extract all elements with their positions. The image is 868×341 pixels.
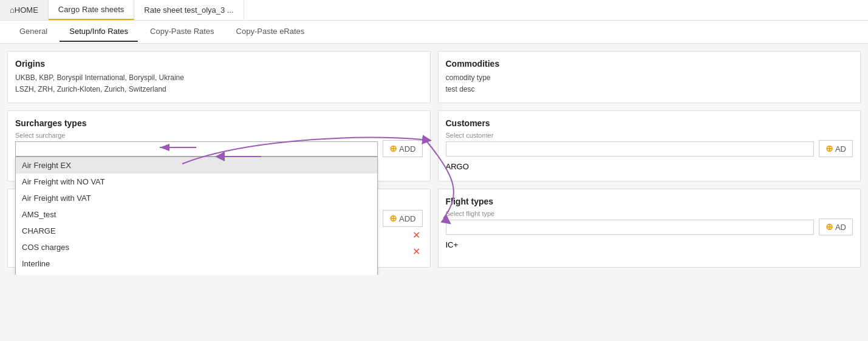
flight-type-select-label: Select flight type <box>446 210 853 217</box>
surcharge-select-label: Select surcharge <box>15 132 423 139</box>
customer-select-label: Select customer <box>446 132 853 139</box>
tab-copypaste-label: Copy-Paste Rates <box>150 27 214 36</box>
commodities-line2: test desc <box>446 84 853 95</box>
commodities-panel: Commodities comodity type test desc <box>438 51 861 103</box>
flight-type-plus-icon: ⊕ <box>825 221 833 232</box>
commodities-line1: comodity type <box>446 72 853 84</box>
customer-group-plus-icon: ⊕ <box>389 213 397 224</box>
flight-type-add-button[interactable]: ⊕ AD <box>819 218 853 235</box>
surcharge-select[interactable] <box>15 141 378 157</box>
home-icon: ⌂ <box>10 5 15 15</box>
customer-group-remove-1[interactable]: ✕ <box>410 246 423 257</box>
surcharge-add-label: ADD <box>399 144 415 154</box>
flight-type-existing-label: IC+ <box>446 240 459 249</box>
surcharge-dropdown[interactable]: Air Freight EX Air Freight with NO VAT A… <box>15 157 378 275</box>
customer-group-add-label: ADD <box>399 214 415 223</box>
surcharge-add-button[interactable]: ⊕ ADD <box>383 140 422 157</box>
surcharges-panel: Surcharges types Select surcharge Air Fr… <box>7 110 431 181</box>
dropdown-item-1[interactable]: Air Freight with NO VAT <box>16 174 377 190</box>
origins-line2: LSZH, ZRH, Zurich-Kloten, Zurich, Switze… <box>15 84 423 95</box>
main-content: Origins UKBB, KBP, Boryspil Internationa… <box>0 44 868 275</box>
cargo-rate-tab[interactable]: Cargo Rate sheets <box>49 0 134 20</box>
customer-group-add-button[interactable]: ⊕ ADD <box>383 210 422 227</box>
customer-add-label: AD <box>835 144 846 154</box>
top-nav: ⌂ HOME Cargo Rate sheets Rate sheet test… <box>0 0 868 21</box>
tab-copypasteE-label: Copy-Paste eRates <box>236 27 305 36</box>
dropdown-item-3[interactable]: AMS_test <box>16 206 377 223</box>
dropdown-item-0[interactable]: Air Freight EX <box>16 157 377 174</box>
cargo-rate-label: Cargo Rate sheets <box>58 5 124 14</box>
flight-types-panel: Flight types Select flight type ⊕ AD IC+ <box>438 189 861 268</box>
flight-types-title: Flight types <box>446 197 853 206</box>
dropdown-item-4[interactable]: CHARGE <box>16 223 377 239</box>
surcharge-add-plus-icon: ⊕ <box>389 143 397 154</box>
origins-line1: UKBB, KBP, Boryspil International, Borys… <box>15 72 423 84</box>
dropdown-item-7[interactable]: Navcan_test <box>16 272 377 275</box>
customers-title: Customers <box>446 118 853 128</box>
flight-type-add-label: AD <box>835 223 846 232</box>
surcharges-title: Surcharges types <box>15 118 423 128</box>
secondary-tabs: General Setup/Info Rates Copy-Paste Rate… <box>0 21 868 44</box>
customer-group-remove-0[interactable]: ✕ <box>410 229 423 241</box>
tab-copypasteE[interactable]: Copy-Paste eRates <box>227 22 315 42</box>
origins-title: Origins <box>15 59 423 69</box>
flight-type-existing-row: IC+ <box>446 240 853 249</box>
tab-general-label: General <box>19 27 47 36</box>
customer-select[interactable] <box>446 141 814 157</box>
customers-panel: Customers Select customer ⊕ AD ARGO <box>438 110 861 181</box>
customer-add-plus-icon: ⊕ <box>825 143 833 154</box>
rate-sheet-label: Rate sheet test_olya_3 ... <box>144 5 233 15</box>
home-label: HOME <box>15 5 38 15</box>
customer-existing-label: ARGO <box>446 162 469 171</box>
customer-add-button[interactable]: ⊕ AD <box>819 140 853 157</box>
tab-general[interactable]: General <box>10 22 57 42</box>
dropdown-item-2[interactable]: Air Freight with VAT <box>16 190 377 206</box>
commodities-title: Commodities <box>446 59 853 69</box>
tab-setup-label: Setup/Info Rates <box>69 27 128 36</box>
dropdown-item-5[interactable]: COS charges <box>16 239 377 255</box>
tab-copypaste[interactable]: Copy-Paste Rates <box>140 22 224 42</box>
rate-sheet-tab[interactable]: Rate sheet test_olya_3 ... <box>134 0 244 20</box>
tab-setup[interactable]: Setup/Info Rates <box>60 22 138 42</box>
dropdown-item-6[interactable]: Interline <box>16 255 377 272</box>
home-tab[interactable]: ⌂ HOME <box>0 0 49 20</box>
flight-type-select[interactable] <box>446 220 814 235</box>
origins-panel: Origins UKBB, KBP, Boryspil Internationa… <box>7 51 431 103</box>
customer-existing-row: ARGO <box>446 162 853 171</box>
